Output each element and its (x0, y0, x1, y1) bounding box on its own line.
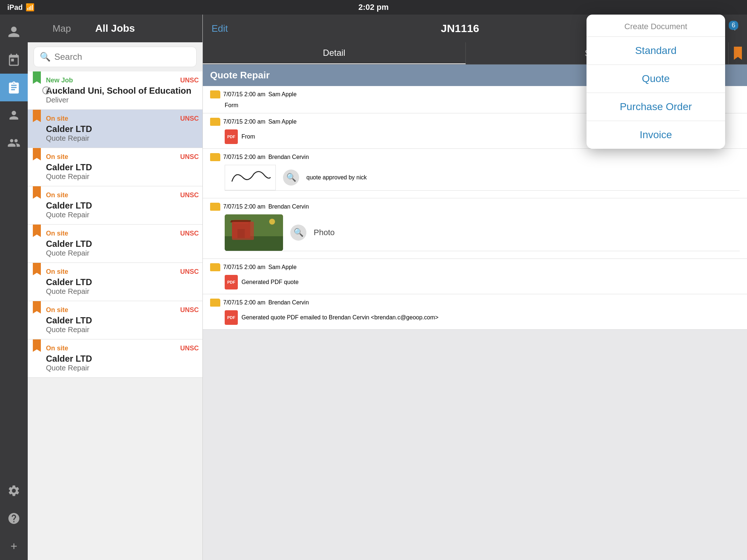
popup-item-quote[interactable]: Quote (587, 65, 725, 93)
activity-item: 7/07/15 2:00 am Sam Apple PDF Generated … (203, 259, 747, 294)
job-company: Calder LTD (46, 315, 197, 326)
sidebar-item-contacts[interactable] (0, 101, 28, 129)
sidebar-item-settings[interactable] (0, 477, 28, 505)
job-item[interactable]: On site Calder LTD Quote Repair UNSC (28, 110, 202, 148)
job-item[interactable]: On site Calder LTD Quote Repair UNSC (28, 263, 202, 301)
svg-marker-4 (230, 220, 251, 222)
activity-body: PDF Generated PDF quote (203, 273, 747, 294)
team-icon (7, 136, 20, 149)
job-sub: Quote Repair (46, 326, 197, 334)
job-sub: Quote Repair (46, 249, 197, 257)
activity-time: 7/07/15 2:00 am (223, 203, 266, 210)
ipad-label: iPad (7, 3, 23, 12)
unsync-badge: UNSC (180, 345, 199, 352)
activity-item: 7/07/15 2:00 am Brendan Cervin PDF Gener… (203, 294, 747, 330)
folder-icon (210, 90, 220, 98)
job-item[interactable]: i New Job Auckland Uni, School of Educat… (28, 71, 202, 110)
unsync-badge: UNSC (180, 306, 199, 314)
popup-item-purchase-order[interactable]: Purchase Order (587, 93, 725, 121)
job-sub: Deliver (46, 96, 197, 104)
activity-content: Photo (314, 228, 335, 237)
bookmark-icon (33, 225, 41, 237)
job-company: Calder LTD (46, 239, 197, 249)
tab-detail[interactable]: Detail (203, 42, 466, 64)
job-sub: Quote Repair (46, 211, 197, 219)
status-left-icons: iPad 📶 (7, 3, 35, 12)
activity-content: From (241, 133, 255, 140)
unsync-badge: UNSC (180, 115, 199, 122)
job-status-label: On site (46, 345, 197, 352)
activity-header: 7/07/15 2:00 am Sam Apple (203, 259, 747, 273)
job-company: Calder LTD (46, 124, 197, 134)
job-status-label: On site (46, 306, 197, 314)
jobs-panel-title: All Jobs (88, 23, 142, 34)
popup-item-invoice[interactable]: Invoice (587, 121, 725, 149)
sidebar-item-jobs[interactable] (0, 74, 28, 101)
popup-item-standard[interactable]: Standard (587, 37, 725, 65)
signature-svg (228, 167, 272, 188)
gear-icon (7, 484, 20, 497)
sidebar-item-help[interactable] (0, 505, 28, 532)
job-status-label: New Job (46, 77, 197, 84)
job-company: Calder LTD (46, 277, 197, 287)
job-status-label: On site (46, 268, 197, 276)
pdf-icon: PDF (225, 310, 238, 325)
photo-thumbnail (225, 214, 283, 251)
activity-item: 7/07/15 2:00 am Brendan Cervin (203, 198, 747, 259)
svg-rect-1 (225, 236, 283, 251)
unsync-badge: UNSC (180, 77, 199, 84)
signature-area: 🔍 quote approved by nick (225, 165, 740, 191)
activity-content: Generated PDF quote (241, 279, 299, 285)
activity-content: quote approved by nick (306, 174, 367, 181)
activity-person: Brendan Cervin (268, 154, 309, 160)
job-status-label: On site (46, 230, 197, 237)
svg-rect-5 (237, 229, 245, 238)
bookmark-icon (33, 148, 41, 160)
job-sub: Quote Repair (46, 364, 197, 372)
magnify-icon[interactable]: 🔍 (283, 170, 299, 186)
add-button[interactable]: + 6 (731, 21, 738, 36)
jobs-header: Map All Jobs (28, 15, 202, 42)
svg-rect-2 (232, 222, 250, 238)
activity-item: 7/07/15 2:00 am Brendan Cervin 🔍 quote a… (203, 149, 747, 198)
badge-count: 6 (729, 21, 738, 30)
job-item[interactable]: On site Calder LTD Quote Repair UNSC (28, 339, 202, 378)
pdf-icon: PDF (225, 129, 238, 144)
sidebar-item-calendar[interactable] (0, 46, 28, 74)
map-button[interactable]: Map (35, 23, 88, 34)
wifi-icon: 📶 (26, 3, 35, 12)
status-time: 2:02 pm (358, 3, 388, 12)
job-item[interactable]: On site Calder LTD Quote Repair UNSC (28, 225, 202, 263)
photo-area: 🔍 Photo (225, 214, 740, 251)
calendar-icon (7, 53, 20, 66)
job-item[interactable]: On site Calder LTD Quote Repair UNSC (28, 301, 202, 339)
sidebar-item-team[interactable] (0, 129, 28, 157)
signature-image (225, 165, 276, 190)
folder-icon (210, 263, 220, 271)
activity-header: 7/07/15 2:00 am Brendan Cervin (203, 149, 747, 163)
activity-content: Form (225, 102, 238, 108)
job-item[interactable]: On site Calder LTD Quote Repair UNSC (28, 186, 202, 225)
job-company: Calder LTD (46, 354, 197, 364)
job-company: Calder LTD (46, 162, 197, 172)
activity-body: 🔍 quote approved by nick (203, 163, 747, 198)
sidebar: + (0, 15, 28, 560)
activity-time: 7/07/15 2:00 am (223, 118, 266, 125)
job-status-label: On site (46, 191, 197, 199)
unsync-badge: UNSC (180, 268, 199, 276)
job-sub: Quote Repair (46, 172, 197, 181)
bookmark-icon (33, 301, 41, 314)
bookmark-icon (33, 339, 41, 352)
add-job-button[interactable]: + (0, 532, 28, 560)
search-input[interactable] (54, 52, 190, 62)
sidebar-item-avatar[interactable] (0, 18, 28, 46)
job-item[interactable]: On site Calder LTD Quote Repair UNSC (28, 148, 202, 186)
edit-button[interactable]: Edit (212, 23, 228, 34)
search-bar[interactable]: 🔍 (34, 47, 197, 67)
bookmark-icon (33, 110, 41, 122)
unsync-badge: UNSC (180, 153, 199, 161)
photo-magnify-icon[interactable]: 🔍 (290, 225, 306, 241)
jobs-panel: Map All Jobs 🔍 i New Job Auckland Uni, S… (28, 15, 203, 560)
pdf-icon: PDF (225, 275, 238, 289)
activity-header: 7/07/15 2:00 am Brendan Cervin (203, 198, 747, 213)
